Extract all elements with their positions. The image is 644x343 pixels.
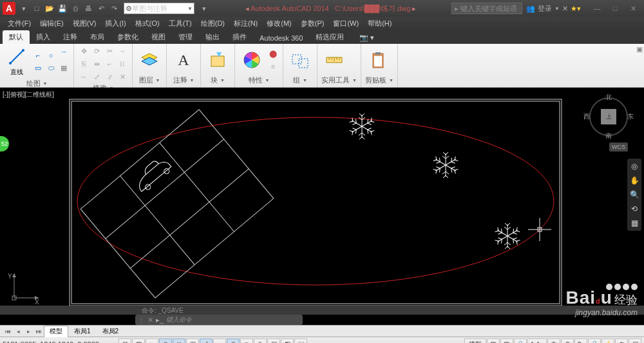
lwt-toggle[interactable]: ≡	[240, 338, 253, 344]
save-icon[interactable]: 💾	[57, 3, 68, 14]
showmotion-icon[interactable]: ▦	[629, 218, 639, 228]
nav-wheel-icon[interactable]: ◎	[629, 161, 639, 172]
otrack-toggle[interactable]: ∠	[200, 338, 213, 344]
menu-文件[interactable]: 文件(F)	[4, 17, 35, 30]
qat-more-icon[interactable]: ▾	[198, 3, 210, 14]
match-prop-icon[interactable]: ⬤	[267, 48, 279, 59]
line-button[interactable]: 直线	[4, 45, 30, 78]
open-icon[interactable]: 📂	[44, 3, 55, 14]
panel-label-clip[interactable]: 剪贴板▼	[365, 75, 393, 86]
menu-绘图[interactable]: 绘图(D)	[197, 17, 229, 30]
stretch-icon[interactable]: ↔	[78, 71, 90, 83]
modelspace-button[interactable]: 模型	[464, 338, 486, 344]
viewcube-s[interactable]: 南	[605, 132, 612, 141]
dyn-toggle[interactable]: ⊕	[227, 338, 240, 344]
menu-插入[interactable]: 插入(I)	[101, 17, 129, 30]
mirror-icon[interactable]: ⇹	[91, 58, 102, 70]
ribbon-collapse-icon[interactable]: ▣	[635, 44, 644, 87]
move-icon[interactable]: ✥	[78, 45, 90, 57]
3dosnap-toggle[interactable]: ◫	[186, 338, 199, 344]
qp-toggle[interactable]: ▤	[267, 338, 280, 344]
quickview-layouts-icon[interactable]: ▥	[487, 338, 500, 344]
tab-prev-icon[interactable]: ◂	[13, 327, 23, 336]
panel-label-annot[interactable]: 注释▼	[171, 75, 196, 86]
ribbon-tab-2[interactable]: 注释	[57, 30, 84, 44]
tpy-toggle[interactable]: ▯	[254, 338, 267, 344]
ribbon-tab-8[interactable]: 插件	[226, 30, 253, 44]
minimize-button[interactable]: —	[589, 3, 605, 14]
ellipse-icon[interactable]: ⬭	[45, 63, 57, 74]
viewcube[interactable]: 上 北 南 西 东	[586, 94, 631, 139]
trim-icon[interactable]: ✂	[104, 45, 115, 57]
panel-label-layer[interactable]: 图层▼	[137, 75, 162, 86]
cmd-handle-icon[interactable]: ⋮	[138, 316, 145, 324]
osnap-toggle[interactable]: □	[173, 338, 185, 344]
annovis-icon[interactable]: 👁	[547, 338, 560, 344]
annoscale-icon[interactable]: 🔒	[514, 338, 527, 344]
exchange-icon[interactable]: ✕	[562, 5, 568, 13]
menu-窗口[interactable]: 窗口(W)	[329, 17, 363, 30]
layer-props-button[interactable]	[137, 48, 162, 72]
measure-button[interactable]	[321, 48, 347, 72]
viewcube-top[interactable]: 上	[601, 109, 616, 124]
pan-icon[interactable]: ✋	[629, 175, 639, 186]
help-icon[interactable]: ★▾	[571, 5, 581, 13]
menu-修改[interactable]: 修改(M)	[263, 17, 296, 30]
snap-toggle[interactable]: ⊞	[118, 338, 131, 344]
ribbon-tab-3[interactable]: 布局	[84, 30, 111, 44]
close-button[interactable]: ✕	[625, 3, 641, 14]
ducs-toggle[interactable]: ⌐	[213, 338, 226, 344]
viewcube-w[interactable]: 西	[583, 112, 590, 121]
scale-button[interactable]: 1:1▾	[527, 338, 547, 344]
menu-帮助[interactable]: 帮助(H)	[364, 17, 395, 30]
layout-tab-模型[interactable]: 模型	[44, 326, 68, 337]
group-button[interactable]	[287, 48, 313, 72]
text-button[interactable]: A	[171, 48, 196, 72]
tab-first-icon[interactable]: ⏮	[3, 327, 13, 336]
erase-icon[interactable]: ✕	[117, 71, 128, 83]
ribbon-tab-0[interactable]: 默认	[3, 30, 30, 44]
hatch-icon[interactable]: ▦	[58, 63, 70, 74]
circle-icon[interactable]: ○	[45, 50, 57, 61]
workspace-dropdown[interactable]: ⚙ 草图与注释 ▼	[124, 3, 194, 14]
ribbon-expand-icon[interactable]: 📷 ▾	[353, 32, 381, 44]
menu-格式[interactable]: 格式(O)	[131, 17, 164, 30]
ribbon-tab-9[interactable]: Autodesk 360	[253, 32, 309, 44]
layout-tab-布局1[interactable]: 布局1	[68, 326, 97, 337]
linetype-icon[interactable]: ≡	[267, 61, 279, 72]
command-line[interactable]: ⋮ ✕ ▸_ 键入命令	[135, 315, 303, 325]
insert-block-button[interactable]	[205, 48, 231, 72]
ribbon-tab-6[interactable]: 管理	[172, 30, 199, 44]
copy-icon[interactable]: ⎘	[78, 58, 90, 70]
rotate-icon[interactable]: ⟳	[91, 45, 102, 57]
am-toggle[interactable]: ⬚	[294, 338, 307, 344]
ws-switch-icon[interactable]: ⚙▾	[574, 338, 587, 344]
panel-label-util[interactable]: 实用工具▼	[321, 75, 357, 86]
viewcube-e[interactable]: 东	[627, 112, 634, 121]
maximize-button[interactable]: □	[607, 3, 623, 14]
orbit-icon[interactable]: ⟲	[629, 204, 639, 214]
ribbon-tab-10[interactable]: 精选应用	[309, 30, 350, 44]
menu-编辑[interactable]: 编辑(E)	[36, 17, 68, 30]
tab-last-icon[interactable]: ⏭	[33, 327, 44, 336]
undo-icon[interactable]: ↶	[95, 3, 107, 14]
ortho-toggle[interactable]: ∟	[146, 338, 158, 344]
menu-参数[interactable]: 参数(P)	[297, 17, 328, 30]
print-icon[interactable]: 🖶	[82, 3, 94, 14]
drawing-area[interactable]: [-][俯视][二维线框] 52	[0, 88, 644, 325]
menu-工具[interactable]: 工具(T)	[165, 17, 196, 30]
signin-button[interactable]: 登录	[538, 4, 552, 14]
redo-icon[interactable]: ↷	[108, 3, 120, 14]
app-icon[interactable]: A	[3, 2, 15, 15]
qat-menu-icon[interactable]: ▾	[18, 3, 30, 14]
isolate-icon[interactable]: ◐	[615, 338, 628, 344]
zoom-icon[interactable]: 🔍	[629, 190, 639, 200]
ribbon-tab-7[interactable]: 输出	[199, 30, 226, 44]
polar-toggle[interactable]: ⊙	[159, 338, 172, 344]
layout-tab-布局2[interactable]: 布局2	[97, 326, 125, 337]
scale-icon[interactable]: ⤢	[91, 71, 102, 83]
tab-next-icon[interactable]: ▸	[23, 327, 33, 336]
cleanscreen-icon[interactable]: ▣	[629, 338, 641, 344]
menu-视图[interactable]: 视图(V)	[69, 17, 100, 30]
ribbon-tab-1[interactable]: 插入	[30, 30, 57, 44]
